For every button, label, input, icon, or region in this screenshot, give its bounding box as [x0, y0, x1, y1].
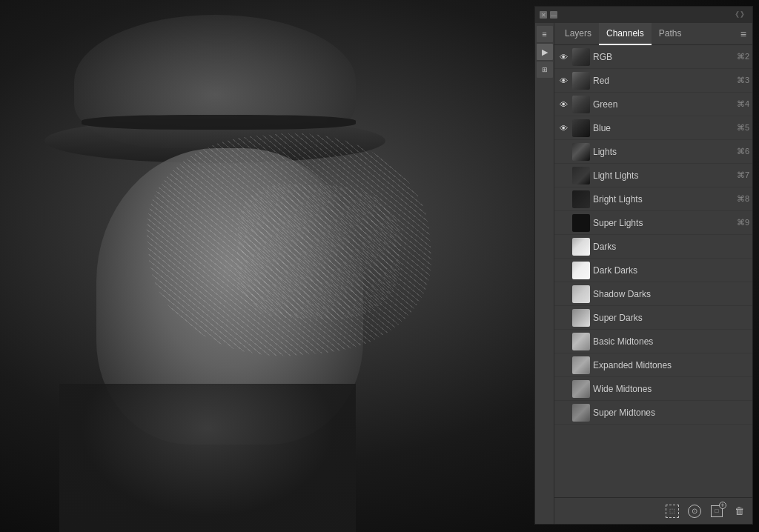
- channel-row-shadow-darks[interactable]: 👁 Shadow Darks: [554, 282, 752, 306]
- visibility-eye-wide-midtones[interactable]: 👁: [557, 383, 569, 395]
- save-selection-icon: ⊙: [688, 505, 701, 518]
- panel-menu-button[interactable]: ≡: [738, 28, 749, 40]
- channel-shortcut-blue: ⌘5: [737, 123, 749, 133]
- channel-name-wide-midtones: Wide Midtones: [593, 384, 746, 394]
- visibility-eye-lights[interactable]: 👁: [557, 146, 569, 158]
- channel-thumb-dark-darks: [572, 262, 590, 279]
- panel-titlebar: ✕ — 《 》: [535, 7, 752, 23]
- channel-name-bright-lights: Bright Lights: [593, 194, 734, 205]
- channel-shortcut-light-lights: ⌘7: [737, 170, 749, 180]
- load-selection-icon: ⬚: [666, 505, 679, 518]
- channel-thumb-red: [572, 72, 590, 90]
- channel-row-blue[interactable]: 👁 Blue ⌘5: [554, 116, 752, 140]
- channel-row-super-lights[interactable]: 👁 Super Lights ⌘9: [554, 211, 752, 235]
- tab-channels[interactable]: Channels: [599, 23, 652, 45]
- panel-collapse-button[interactable]: —: [550, 11, 557, 19]
- neck-shirt: [59, 384, 356, 532]
- channel-name-lights: Lights: [593, 147, 734, 157]
- visibility-eye-blue[interactable]: 👁: [557, 122, 569, 134]
- channel-row-lights[interactable]: 👁 Lights ⌘6: [554, 140, 752, 164]
- channel-name-blue: Blue: [593, 123, 734, 133]
- channel-list: 👁 RGB ⌘2 👁 Red ⌘3 👁 Green ⌘4: [554, 45, 752, 497]
- visibility-eye-green[interactable]: 👁: [557, 99, 569, 110]
- visibility-eye-red[interactable]: 👁: [557, 75, 569, 87]
- channel-name-expanded-midtones: Expanded Midtones: [593, 360, 746, 370]
- channel-row-dark-darks[interactable]: 👁 Dark Darks: [554, 259, 752, 282]
- channel-name-red: Red: [593, 76, 734, 86]
- visibility-eye-shadow-darks[interactable]: 👁: [557, 288, 569, 300]
- channel-name-dark-darks: Dark Darks: [593, 265, 746, 276]
- new-channel-button[interactable]: + □: [709, 504, 724, 519]
- visibility-eye-bright-lights[interactable]: 👁: [557, 193, 569, 205]
- channel-thumb-basic-midtones: [572, 333, 590, 350]
- tabs-container: Layers Channels Paths: [557, 23, 689, 45]
- channel-name-super-midtones: Super Midtones: [593, 408, 746, 418]
- hat-band: [82, 115, 356, 130]
- play-icon: ▶: [542, 47, 548, 57]
- save-selection-button[interactable]: ⊙: [687, 504, 702, 519]
- channel-row-darks[interactable]: 👁 Darks: [554, 235, 752, 259]
- visibility-eye-super-midtones[interactable]: 👁: [557, 407, 569, 419]
- delete-channel-icon: 🗑: [735, 505, 744, 516]
- channel-row-red[interactable]: 👁 Red ⌘3: [554, 69, 752, 93]
- channel-thumb-blue: [572, 119, 590, 137]
- panel-tabs: Layers Channels Paths ≡: [554, 23, 752, 45]
- visibility-eye-expanded-midtones[interactable]: 👁: [557, 359, 569, 371]
- channel-row-super-darks[interactable]: 👁 Super Darks: [554, 306, 752, 330]
- panel-footer: ⬚ ⊙ + □ 🗑: [554, 497, 752, 524]
- channel-thumb-green: [572, 96, 590, 113]
- visibility-eye-darks[interactable]: 👁: [557, 241, 569, 253]
- channel-thumb-light-lights: [572, 167, 590, 184]
- visibility-eye-dark-darks[interactable]: 👁: [557, 265, 569, 276]
- channel-name-shadow-darks: Shadow Darks: [593, 289, 746, 299]
- tool-sidebar: ≡ ▶ ⊞: [535, 23, 554, 524]
- channel-name-super-lights: Super Lights: [593, 218, 734, 228]
- layers-comp-tool[interactable]: ≡: [537, 26, 553, 42]
- visibility-eye-super-darks[interactable]: 👁: [557, 312, 569, 324]
- layers-options-icon: ⊞: [542, 66, 548, 73]
- panel-right-arrow: 》: [740, 10, 748, 20]
- channel-row-green[interactable]: 👁 Green ⌘4: [554, 93, 752, 116]
- visibility-eye-rgb[interactable]: 👁: [557, 51, 569, 63]
- channel-row-bright-lights[interactable]: 👁 Bright Lights ⌘8: [554, 187, 752, 211]
- play-tool[interactable]: ▶: [537, 44, 553, 60]
- panel-close-button[interactable]: ✕: [540, 11, 547, 19]
- channel-thumb-darks: [572, 238, 590, 256]
- channel-row-basic-midtones[interactable]: 👁 Basic Midtones: [554, 330, 752, 353]
- new-channel-icon: + □: [711, 505, 723, 517]
- selection-overlay-2: [235, 182, 402, 322]
- channel-thumb-bright-lights: [572, 190, 590, 208]
- channel-name-darks: Darks: [593, 242, 746, 252]
- channel-thumb-shadow-darks: [572, 285, 590, 303]
- delete-channel-button[interactable]: 🗑: [732, 504, 746, 519]
- visibility-eye-light-lights[interactable]: 👁: [557, 170, 569, 182]
- channel-row-expanded-midtones[interactable]: 👁 Expanded Midtones: [554, 353, 752, 377]
- channel-thumb-expanded-midtones: [572, 356, 590, 374]
- channel-thumb-super-midtones: [572, 404, 590, 422]
- channel-row-rgb[interactable]: 👁 RGB ⌘2: [554, 45, 752, 69]
- channel-shortcut-rgb: ⌘2: [737, 52, 749, 61]
- channel-thumb-wide-midtones: [572, 380, 590, 398]
- panel-arrows: 《 》: [732, 10, 748, 20]
- layers-panel-options-tool[interactable]: ⊞: [537, 61, 553, 78]
- channel-row-super-midtones[interactable]: 👁 Super Midtones: [554, 401, 752, 425]
- panel-main: Layers Channels Paths ≡ 👁 RGB: [554, 23, 752, 524]
- channel-shortcut-green: ⌘4: [737, 99, 749, 109]
- channel-name-light-lights: Light Lights: [593, 170, 734, 181]
- visibility-eye-super-lights[interactable]: 👁: [557, 217, 569, 229]
- layers-comp-icon: ≡: [542, 30, 546, 39]
- load-selection-button[interactable]: ⬚: [665, 504, 680, 519]
- visibility-eye-basic-midtones[interactable]: 👁: [557, 336, 569, 348]
- panel-left-arrow: 《: [732, 10, 739, 20]
- channel-shortcut-bright-lights: ⌘8: [737, 194, 749, 204]
- channel-thumb-super-lights: [572, 214, 590, 232]
- tab-paths[interactable]: Paths: [652, 23, 689, 45]
- tab-layers[interactable]: Layers: [557, 23, 599, 45]
- channel-name-super-darks: Super Darks: [593, 313, 746, 323]
- channel-row-light-lights[interactable]: 👁 Light Lights ⌘7: [554, 164, 752, 187]
- channel-thumb-rgb: [572, 48, 590, 66]
- channel-name-basic-midtones: Basic Midtones: [593, 336, 746, 347]
- channel-row-wide-midtones[interactable]: 👁 Wide Midtones: [554, 377, 752, 401]
- panel-window-controls: ✕ —: [540, 11, 557, 19]
- channel-shortcut-super-lights: ⌘9: [737, 218, 749, 227]
